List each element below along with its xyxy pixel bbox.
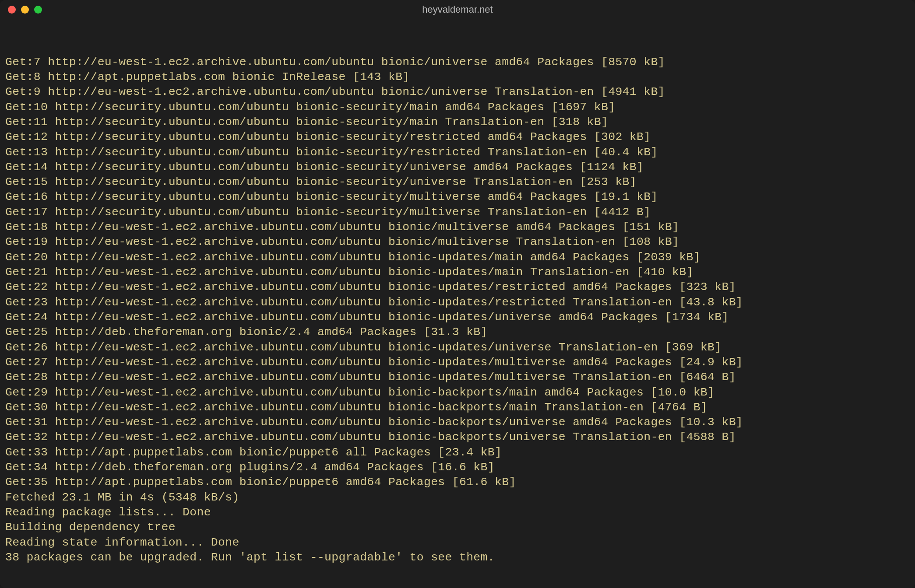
- output-line: Get:12 http://security.ubuntu.com/ubuntu…: [5, 130, 910, 144]
- zoom-button[interactable]: [34, 6, 42, 14]
- output-line: Get:25 http://deb.theforeman.org bionic/…: [5, 325, 910, 340]
- terminal-body[interactable]: Get:7 http://eu-west-1.ec2.archive.ubunt…: [0, 19, 915, 588]
- output-line: Reading state information... Done: [5, 535, 910, 550]
- output-line: Get:31 http://eu-west-1.ec2.archive.ubun…: [5, 415, 910, 430]
- output-line: Building dependency tree: [5, 520, 910, 535]
- output-line: Get:24 http://eu-west-1.ec2.archive.ubun…: [5, 310, 910, 325]
- output-line: Get:35 http://apt.puppetlabs.com bionic/…: [5, 475, 910, 490]
- output-line: Get:28 http://eu-west-1.ec2.archive.ubun…: [5, 370, 910, 385]
- minimize-button[interactable]: [21, 6, 29, 14]
- output-line: Get:34 http://deb.theforeman.org plugins…: [5, 460, 910, 475]
- output-line: Get:32 http://eu-west-1.ec2.archive.ubun…: [5, 430, 910, 444]
- output-line: Get:30 http://eu-west-1.ec2.archive.ubun…: [5, 400, 910, 415]
- output-line: Get:14 http://security.ubuntu.com/ubuntu…: [5, 160, 910, 175]
- output-line: Get:21 http://eu-west-1.ec2.archive.ubun…: [5, 265, 910, 280]
- output-line: Get:19 http://eu-west-1.ec2.archive.ubun…: [5, 234, 910, 249]
- output-line: Get:29 http://eu-west-1.ec2.archive.ubun…: [5, 385, 910, 400]
- terminal-window: heyvaldemar.net Get:7 http://eu-west-1.e…: [0, 0, 915, 588]
- output-line: 38 packages can be upgraded. Run 'apt li…: [5, 550, 910, 565]
- output-line: Get:7 http://eu-west-1.ec2.archive.ubunt…: [5, 55, 910, 70]
- title-bar: heyvaldemar.net: [0, 0, 915, 19]
- output-line: Get:9 http://eu-west-1.ec2.archive.ubunt…: [5, 84, 910, 99]
- output-line: Get:23 http://eu-west-1.ec2.archive.ubun…: [5, 295, 910, 310]
- output-line: Get:8 http://apt.puppetlabs.com bionic I…: [5, 70, 910, 84]
- window-controls: [8, 6, 42, 14]
- output-line: Get:13 http://security.ubuntu.com/ubuntu…: [5, 145, 910, 160]
- output-line: Get:17 http://security.ubuntu.com/ubuntu…: [5, 205, 910, 220]
- output-line: Get:20 http://eu-west-1.ec2.archive.ubun…: [5, 250, 910, 265]
- output-line: Get:26 http://eu-west-1.ec2.archive.ubun…: [5, 340, 910, 355]
- terminal-output: Get:7 http://eu-west-1.ec2.archive.ubunt…: [5, 55, 910, 565]
- output-line: Get:18 http://eu-west-1.ec2.archive.ubun…: [5, 220, 910, 234]
- output-line: Get:10 http://security.ubuntu.com/ubuntu…: [5, 100, 910, 115]
- output-line: Get:15 http://security.ubuntu.com/ubuntu…: [5, 175, 910, 189]
- output-line: Get:27 http://eu-west-1.ec2.archive.ubun…: [5, 355, 910, 370]
- output-line: Fetched 23.1 MB in 4s (5348 kB/s): [5, 490, 910, 505]
- output-line: Get:33 http://apt.puppetlabs.com bionic/…: [5, 445, 910, 460]
- close-button[interactable]: [8, 6, 16, 14]
- output-line: Get:22 http://eu-west-1.ec2.archive.ubun…: [5, 280, 910, 294]
- output-line: Reading package lists... Done: [5, 505, 910, 520]
- window-title: heyvaldemar.net: [422, 4, 493, 15]
- output-line: Get:16 http://security.ubuntu.com/ubuntu…: [5, 189, 910, 204]
- output-line: Get:11 http://security.ubuntu.com/ubuntu…: [5, 115, 910, 130]
